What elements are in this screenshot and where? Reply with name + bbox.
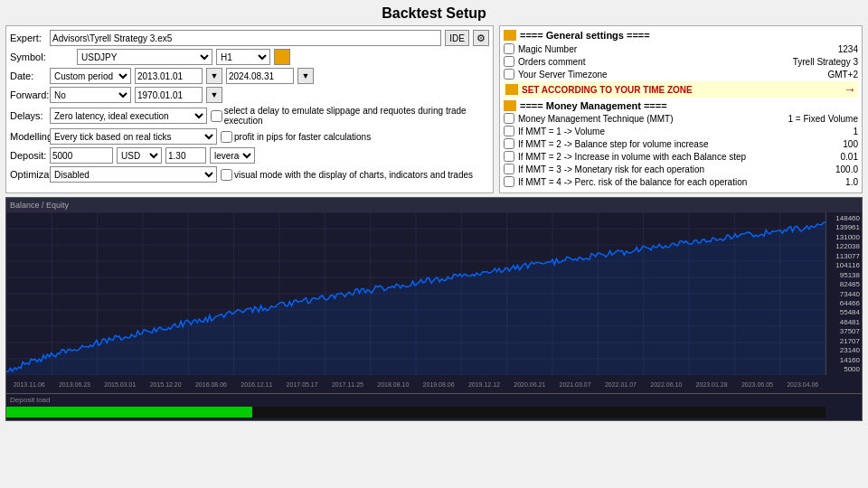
date-period-select[interactable]: Custom period (50, 68, 131, 84)
y-label: 64466 (828, 299, 860, 307)
deposit-load-label: Deposit load (10, 396, 50, 404)
orders-comment-checkbox[interactable] (504, 56, 514, 67)
x-label: 2022.06.10 (644, 381, 689, 388)
server-timezone-row: Your Server Timezone GMT+2 (504, 69, 858, 80)
mm-row-4: If MMT = 3 -> Monetary risk for each ope… (504, 164, 858, 174)
deposit-label: Deposit: (10, 150, 46, 161)
y-label: 73440 (828, 290, 860, 298)
orders-comment-row: Orders comment Tyrell Strategy 3 (504, 56, 858, 67)
date-row: Date: Custom period ▼ ▼ (10, 68, 489, 84)
y-label: 139961 (828, 223, 860, 231)
server-timezone-checkbox[interactable] (504, 69, 514, 80)
timezone-warning-row: SET ACCORDING TO YOUR TIME ZONE → (504, 81, 858, 98)
y-label: 37507 (828, 327, 860, 335)
date-label: Date: (10, 70, 46, 81)
modelling-checkbox[interactable] (221, 131, 232, 143)
delays-select[interactable]: Zero latency, ideal execution (50, 108, 207, 124)
optimization-checkbox[interactable] (221, 169, 232, 181)
optimization-checkbox-label[interactable]: visual mode with the display of charts, … (221, 169, 473, 181)
mm-val-0: 1 = Fixed Volume (768, 114, 858, 124)
calendar-button[interactable] (274, 49, 290, 65)
money-mgmt-header: ==== Money Management ==== (504, 100, 858, 111)
mm-key-2: If MMT = 2 -> Balance step for volume in… (518, 139, 764, 149)
delays-label: Delays: (10, 110, 46, 121)
mm-checkbox-3[interactable] (504, 151, 514, 162)
symbol-select[interactable]: USDJPY (77, 49, 212, 65)
forward-label: Forward: (10, 89, 46, 100)
y-label: 122038 (828, 242, 860, 250)
delays-checkbox-label[interactable]: select a delay to emulate slippage and r… (211, 106, 489, 126)
date-to-picker[interactable]: ▼ (297, 68, 314, 84)
money-mgmt-rows: Money Management Technique (MMT) 1 = Fix… (504, 113, 858, 187)
mm-checkbox-4[interactable] (504, 164, 514, 174)
y-label: 104116 (828, 261, 860, 269)
x-label: 2017.11.25 (325, 381, 370, 388)
forward-row: Forward: No ▼ (10, 87, 489, 103)
page-title: Backtest Setup (0, 0, 868, 25)
delays-checkbox[interactable] (211, 110, 222, 122)
modelling-select[interactable]: Every tick based on real ticks (50, 128, 217, 145)
mm-row-1: If MMT = 1 -> Volume 1 (504, 126, 858, 136)
magic-number-checkbox[interactable] (504, 43, 514, 54)
deposit-bar (6, 407, 252, 418)
mm-row-2: If MMT = 2 -> Balance step for volume in… (504, 138, 858, 149)
mm-key-3: If MMT = 2 -> Increase in volume with ea… (518, 152, 764, 162)
y-label: 82485 (828, 280, 860, 288)
mm-checkbox-2[interactable] (504, 138, 514, 149)
deposit-input[interactable] (50, 147, 113, 164)
x-label: 2023.01.28 (689, 381, 734, 388)
date-from-input[interactable] (135, 68, 203, 84)
currency-select[interactable]: USD (117, 147, 162, 164)
ide-button[interactable]: IDE (445, 30, 469, 46)
general-settings-header: ==== General settings ==== (504, 30, 858, 41)
x-label: 2013.06.23 (52, 381, 97, 388)
orders-comment-value: Tyrell Strategy 3 (768, 57, 858, 67)
x-label: 2019.12.12 (461, 381, 506, 388)
magic-number-label: Magic Number (518, 44, 764, 54)
gear-icon-button[interactable]: ⚙ (473, 30, 489, 46)
forward-date-picker[interactable]: ▼ (206, 87, 222, 103)
chart-x-axis: 2013.11.062013.06.232015.03.012015.12.20… (6, 375, 826, 393)
x-label: 2019.08.06 (416, 381, 461, 388)
optimization-select[interactable]: Disabled (50, 166, 217, 183)
date-from-picker[interactable]: ▼ (206, 68, 222, 84)
date-to-input[interactable] (226, 68, 294, 84)
symbol-row: Symbol: USDJPY H1 (10, 49, 489, 65)
forward-select[interactable]: No (50, 87, 131, 103)
x-label: 2016.12.11 (234, 381, 279, 388)
deposit-bar-container (6, 407, 826, 418)
server-timezone-label: Your Server Timezone (518, 70, 764, 80)
forward-date-input[interactable] (135, 87, 203, 103)
magic-number-row: Magic Number 1234 (504, 43, 858, 54)
chart-y-axis: 1484601399611310001220381130771041169513… (826, 212, 862, 375)
mm-val-3: 0.01 (768, 152, 858, 162)
x-label: 2020.06.21 (507, 381, 552, 388)
modelling-checkbox-label[interactable]: profit in pips for faster calculations (221, 131, 371, 143)
leverage-select[interactable]: leverage (210, 147, 255, 164)
optimization-row: Optimization: Disabled visual mode with … (10, 166, 489, 183)
x-label: 2016.08.06 (188, 381, 233, 388)
timeframe-select[interactable]: H1 (216, 49, 270, 65)
deposit-load-area: Deposit load (5, 394, 863, 421)
y-label: 5000 (828, 365, 860, 373)
mm-checkbox-0[interactable] (504, 113, 514, 124)
x-label: 2017.05.17 (279, 381, 325, 388)
leverage-input[interactable] (165, 147, 206, 164)
y-label: 95138 (828, 271, 860, 279)
y-label: 23140 (828, 346, 860, 354)
mm-val-5: 1.0 (768, 177, 858, 187)
mm-key-0: Money Management Technique (MMT) (518, 114, 764, 124)
expert-input[interactable] (50, 30, 441, 46)
mm-val-4: 100.0 (768, 164, 858, 174)
general-settings-title: ==== General settings ==== (520, 30, 650, 41)
y-label: 46481 (828, 318, 860, 326)
mm-key-1: If MMT = 1 -> Volume (518, 127, 764, 136)
mm-checkbox-1[interactable] (504, 126, 514, 136)
server-timezone-value: GMT+2 (768, 70, 858, 80)
timezone-warning-label: SET ACCORDING TO YOUR TIME ZONE (522, 85, 840, 95)
x-label: 2023.04.06 (780, 381, 826, 388)
mm-checkbox-5[interactable] (504, 176, 514, 187)
money-mgmt-title: ==== Money Management ==== (520, 100, 667, 111)
right-panel: ==== General settings ==== Magic Number … (499, 25, 863, 193)
mm-key-4: If MMT = 3 -> Monetary risk for each ope… (518, 164, 764, 174)
